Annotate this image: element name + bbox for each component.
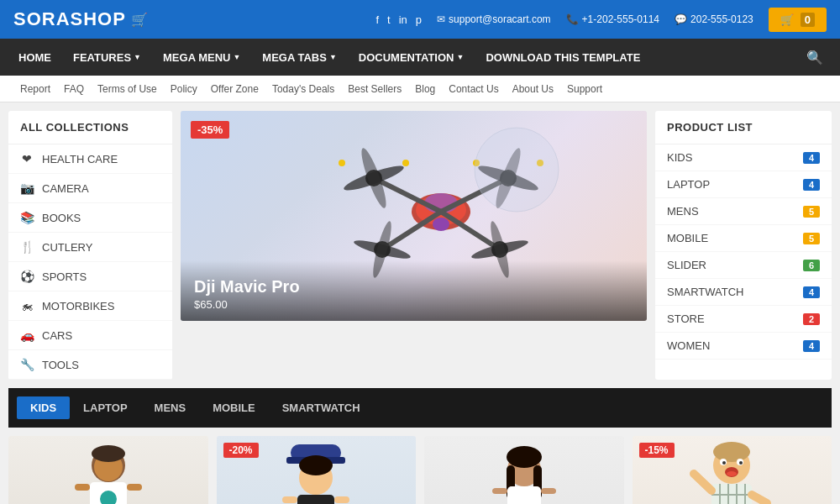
product-card-1[interactable] (8, 436, 208, 504)
sidebar-item-books[interactable]: 📚 BOOKS (8, 203, 172, 233)
sec-nav-offer[interactable]: Offer Zone (204, 80, 265, 98)
product-badge-mobile: 5 (803, 233, 820, 244)
product-name-mens: MENS (667, 205, 699, 218)
logo[interactable]: SORASHOP 🛒 (13, 8, 149, 30)
nav-documentation[interactable]: DOCUMENTATION ▼ (349, 45, 475, 71)
product-list-laptop[interactable]: LAPTOP 4 (655, 171, 832, 198)
sec-nav-terms[interactable]: Terms of Use (91, 80, 164, 98)
svg-point-55 (739, 461, 743, 465)
sports-icon: ⚽ (20, 270, 34, 283)
tab-mens[interactable]: MENS (141, 396, 200, 419)
nav-mega-tabs[interactable]: MEGA TABS ▼ (252, 45, 346, 71)
sidebar-label-cars: CARS (42, 329, 72, 342)
tabs-section-wrapper: KIDS LAPTOP MENS MOBILE SMARTWATCH (8, 388, 832, 504)
instagram-icon[interactable]: in (399, 13, 407, 26)
sec-nav-report[interactable]: Report (13, 80, 57, 98)
sec-nav-sellers[interactable]: Best Sellers (341, 80, 408, 98)
product-info: Dji Mavic Pro $65.00 (181, 260, 647, 321)
svg-point-33 (92, 445, 125, 462)
product-badge-laptop: 4 (803, 179, 820, 191)
product-list-header: PRODUCT LIST (655, 111, 832, 144)
discount-badge-2: -20% (223, 443, 259, 458)
sidebar-item-motorbikes[interactable]: 🏍 MOTORBIKES (8, 291, 172, 321)
nav-items: HOME FEATURES ▼ MEGA MENU ▼ MEGA TABS ▼ … (8, 45, 650, 71)
twitter-icon[interactable]: t (387, 13, 391, 26)
phone2-contact: 💬 202-555-0123 (675, 13, 753, 25)
sidebar-item-sports[interactable]: ⚽ SPORTS (8, 262, 172, 291)
sidebar-label-cutlery: CUTLERY (42, 241, 92, 254)
svg-line-6 (382, 212, 441, 249)
product-list-mobile[interactable]: MOBILE 5 (655, 225, 832, 252)
products-grid: -20% (8, 436, 832, 504)
product-list-mens[interactable]: MENS 5 (655, 198, 832, 225)
svg-rect-31 (75, 484, 90, 491)
tab-laptop[interactable]: LAPTOP (70, 396, 141, 419)
tab-smartwatch[interactable]: SMARTWATCH (269, 396, 374, 419)
svg-point-42 (507, 446, 542, 468)
main-content: ALL COLLECTIONS ❤ HEALTH CARE 📷 CAMERA 📚… (0, 102, 840, 388)
books-icon: 📚 (20, 211, 34, 224)
discount-badge-4: -15% (639, 443, 675, 458)
svg-point-20 (402, 160, 409, 166)
camera-icon: 📷 (20, 181, 34, 195)
car-icon: 🚗 (20, 328, 34, 342)
facebook-icon[interactable]: f (375, 13, 379, 26)
center-content: -35% Dji Mavic Pro $65.00 (181, 111, 647, 380)
product-card-4[interactable]: -15% (633, 436, 832, 504)
tools-icon: 🔧 (20, 358, 34, 371)
product-list-slider[interactable]: SLIDER 6 (655, 252, 832, 279)
top-bar: SORASHOP 🛒 f t in p ✉ support@soracart.c… (0, 0, 840, 39)
product-card-3[interactable] (424, 436, 624, 504)
sidebar-item-cutlery[interactable]: 🍴 CUTLERY (8, 233, 172, 262)
product-price: $65.00 (194, 298, 633, 311)
sidebar-label-books: BOOKS (42, 212, 81, 224)
product-name-store: STORE (667, 312, 705, 325)
sec-nav-deals[interactable]: Today's Deals (265, 80, 341, 98)
sec-nav-faq[interactable]: FAQ (57, 80, 91, 98)
pinterest-icon[interactable]: p (416, 13, 422, 26)
sidebar-item-camera[interactable]: 📷 CAMERA (8, 174, 172, 203)
product-card-2[interactable]: -20% (217, 436, 417, 504)
svg-point-21 (339, 160, 345, 166)
sidebar-label-healthcare: HEALTH CARE (42, 153, 118, 165)
product-name-kids: KIDS (667, 151, 692, 164)
tab-kids[interactable]: KIDS (17, 396, 70, 419)
cart-button[interactable]: 🛒 0 (769, 8, 827, 32)
product-list-smartwatch[interactable]: SMARTWATCH 4 (655, 279, 832, 306)
sidebar-item-tools[interactable]: 🔧 TOOLS (8, 350, 172, 380)
product-list-store[interactable]: STORE 2 (655, 306, 832, 333)
kid-image-2 (278, 440, 354, 504)
product-name-slider: SLIDER (667, 259, 706, 271)
sidebar-item-cars[interactable]: 🚗 CARS (8, 321, 172, 350)
sec-nav-about[interactable]: About Us (506, 80, 560, 98)
discount-badge: -35% (191, 121, 229, 139)
sec-nav-blog[interactable]: Blog (408, 80, 442, 98)
sec-nav-contact[interactable]: Contact Us (442, 80, 505, 98)
svg-point-2 (433, 218, 449, 231)
tab-mobile[interactable]: MOBILE (199, 396, 269, 419)
product-list-women[interactable]: WOMEN 4 (655, 333, 832, 360)
nav-download[interactable]: DOWNLOAD THIS TEMPLATE (475, 45, 650, 71)
svg-point-54 (722, 461, 726, 465)
cart-icon: 🛒 (780, 13, 794, 26)
featured-product[interactable]: -35% Dji Mavic Pro $65.00 (181, 111, 647, 321)
chevron-down-icon: ▼ (134, 53, 141, 61)
sidebar-label-tools: TOOLS (42, 359, 79, 371)
product-badge-store: 2 (803, 313, 820, 325)
nav-home[interactable]: HOME (8, 45, 61, 71)
svg-rect-40 (334, 496, 349, 503)
nav-features[interactable]: FEATURES ▼ (63, 45, 151, 71)
product-name-laptop: LAPTOP (667, 178, 710, 191)
svg-point-24 (475, 128, 559, 212)
sidebar-item-healthcare[interactable]: ❤ HEALTH CARE (8, 144, 172, 174)
tabs-section: KIDS LAPTOP MENS MOBILE SMARTWATCH (8, 388, 832, 428)
sec-nav-support[interactable]: Support (560, 80, 609, 98)
svg-line-65 (752, 495, 767, 503)
nav-mega-menu[interactable]: MEGA MENU ▼ (153, 45, 250, 71)
sec-nav-policy[interactable]: Policy (164, 80, 204, 98)
secondary-nav: Report FAQ Terms of Use Policy Offer Zon… (0, 76, 840, 102)
product-list-kids[interactable]: KIDS 4 (655, 144, 832, 171)
search-button[interactable]: 🔍 (798, 43, 832, 72)
svg-rect-45 (507, 486, 541, 504)
product-badge-slider: 6 (803, 260, 820, 271)
